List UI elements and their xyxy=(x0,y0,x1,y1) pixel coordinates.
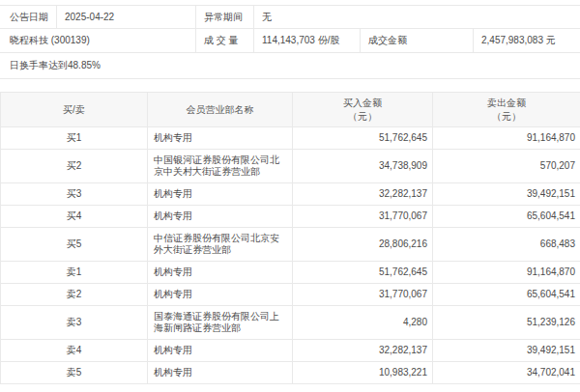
summary-row-stock: 晓程科技 (300139) 成 交 量 114,143,703 份/股 成交金额… xyxy=(0,29,580,53)
announce-date-label: 公告日期 xyxy=(0,6,57,28)
cell-branch: 机构专用 xyxy=(148,127,293,150)
column-header-buy-line1: 买入金额 xyxy=(293,97,432,110)
cell-sell-amount: 34,702,041 xyxy=(433,362,580,384)
cell-side: 买4 xyxy=(1,206,148,228)
cell-side: 卖4 xyxy=(1,340,148,362)
turnover-label: 成交金额 xyxy=(361,29,474,52)
volume-label: 成 交 量 xyxy=(196,29,254,52)
broker-seats-table: 买/卖 会员营业部名称 买入金额（元） 卖出金额（元） 买1机构专用51,762… xyxy=(0,92,580,384)
cell-sell-amount: 91,164,870 xyxy=(433,262,580,284)
column-header-side: 买/卖 xyxy=(1,93,148,127)
cell-branch: 机构专用 xyxy=(148,284,293,306)
summary-row-note: 日换手率达到48.85% xyxy=(0,53,580,79)
table-row: 买5中信证券股份有限公司北京安外大街证券营业部28,806,216668,483 xyxy=(1,228,580,262)
cell-branch: 国泰海通证券股份有限公司上海新闸路证券营业部 xyxy=(148,306,293,340)
table-row: 买4机构专用31,770,06765,604,541 xyxy=(1,206,580,228)
table-body: 买1机构专用51,762,64591,164,870买2中国银河证券股份有限公司… xyxy=(1,127,580,384)
cell-buy-amount: 4,280 xyxy=(293,306,433,340)
cell-buy-amount: 28,806,216 xyxy=(293,228,433,262)
cell-sell-amount: 51,239,126 xyxy=(433,306,580,340)
cell-side: 卖3 xyxy=(1,306,148,340)
table-row: 卖1机构专用51,762,64591,164,870 xyxy=(1,262,580,284)
table-row: 卖5机构专用10,983,22134,702,041 xyxy=(1,362,580,384)
cell-side: 买5 xyxy=(1,228,148,262)
cell-branch: 机构专用 xyxy=(148,362,293,384)
table-row: 卖4机构专用32,282,13739,492,151 xyxy=(1,340,580,362)
turnover-value: 2,457,983,083 元 xyxy=(474,34,580,47)
turnover-note: 日换手率达到48.85% xyxy=(0,59,580,72)
cell-branch: 机构专用 xyxy=(148,183,293,206)
table-row: 卖2机构专用31,770,06765,604,541 xyxy=(1,284,580,306)
column-header-sell-amount: 卖出金额（元） xyxy=(433,93,580,127)
cell-side: 买1 xyxy=(1,127,148,150)
cell-branch: 机构专用 xyxy=(148,262,293,284)
abnormal-period-value: 无 xyxy=(254,11,580,24)
cell-side: 买2 xyxy=(1,150,148,183)
stock-name: 晓程科技 (300139) xyxy=(0,29,196,52)
summary-row-date: 公告日期 2025-04-22 异常期间 无 xyxy=(0,5,580,29)
cell-buy-amount: 51,762,645 xyxy=(293,127,433,150)
volume-value: 114,143,703 份/股 xyxy=(254,29,361,52)
table-row: 卖3国泰海通证券股份有限公司上海新闸路证券营业部4,28051,239,126 xyxy=(1,306,580,340)
cell-buy-amount: 51,762,645 xyxy=(293,262,433,284)
cell-branch: 中信证券股份有限公司北京安外大街证券营业部 xyxy=(148,228,293,262)
cell-sell-amount: 39,492,151 xyxy=(433,183,580,206)
table-row: 买2中国银河证券股份有限公司北京中关村大街证券营业部34,738,909570,… xyxy=(1,150,580,183)
cell-buy-amount: 31,770,067 xyxy=(293,206,433,228)
cell-branch: 中国银河证券股份有限公司北京中关村大街证券营业部 xyxy=(148,150,293,183)
column-header-buy-line2: （元） xyxy=(293,110,432,124)
abnormal-period-label: 异常期间 xyxy=(196,6,254,28)
cell-buy-amount: 32,282,137 xyxy=(293,340,433,362)
column-header-buy-amount: 买入金额（元） xyxy=(293,93,433,127)
table-row: 买1机构专用51,762,64591,164,870 xyxy=(1,127,580,150)
cell-buy-amount: 10,983,221 xyxy=(293,362,433,384)
cell-buy-amount: 34,738,909 xyxy=(293,150,433,183)
cell-side: 买3 xyxy=(1,183,148,206)
cell-sell-amount: 65,604,541 xyxy=(433,284,580,306)
cell-sell-amount: 39,492,151 xyxy=(433,340,580,362)
column-header-branch: 会员营业部名称 xyxy=(148,93,293,127)
cell-sell-amount: 65,604,541 xyxy=(433,206,580,228)
cell-sell-amount: 91,164,870 xyxy=(433,127,580,150)
cell-buy-amount: 31,770,067 xyxy=(293,284,433,306)
column-header-sell-line2: （元） xyxy=(433,110,580,124)
cell-side: 卖2 xyxy=(1,284,148,306)
table-header: 买/卖 会员营业部名称 买入金额（元） 卖出金额（元） xyxy=(1,93,580,127)
summary-panel: 公告日期 2025-04-22 异常期间 无 晓程科技 (300139) 成 交… xyxy=(0,5,580,79)
cell-sell-amount: 570,207 xyxy=(433,150,580,183)
cell-branch: 机构专用 xyxy=(148,206,293,228)
cell-branch: 机构专用 xyxy=(148,340,293,362)
table-row: 买3机构专用32,282,13739,492,151 xyxy=(1,183,580,206)
column-header-sell-line1: 卖出金额 xyxy=(433,97,580,110)
announce-date-value: 2025-04-22 xyxy=(57,6,196,28)
cell-side: 卖5 xyxy=(1,362,148,384)
cell-side: 卖1 xyxy=(1,262,148,284)
cell-buy-amount: 32,282,137 xyxy=(293,183,433,206)
cell-sell-amount: 668,483 xyxy=(433,228,580,262)
